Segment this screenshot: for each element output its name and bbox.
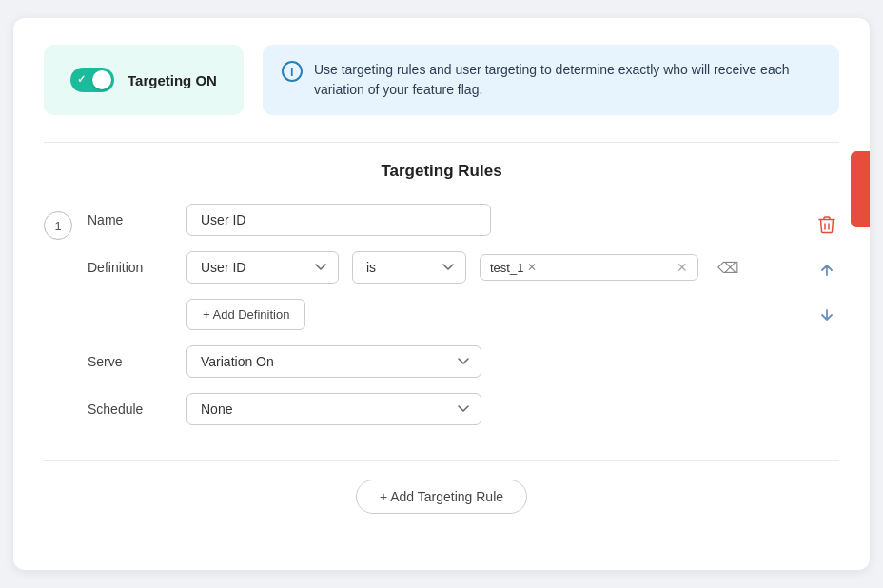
bottom-divider [44,460,839,461]
tag-text: test_1 [490,261,523,275]
top-divider [44,142,839,143]
delete-rule-button[interactable] [814,211,839,243]
tag-close-icon[interactable]: ✕ [527,261,537,274]
down-arrow-icon [818,306,835,323]
move-up-button[interactable] [814,258,839,287]
serve-row: Serve Variation On Variation Off [88,345,799,378]
name-label: Name [88,212,173,227]
rule-actions [814,204,839,332]
rule-number: 1 [44,211,72,240]
targeting-toggle-box: ✓ Targeting ON [44,45,244,115]
serve-label: Serve [88,354,173,369]
rule-body: Name Definition User ID Email Country is… [88,204,799,441]
side-tab[interactable] [851,151,870,227]
operator-dropdown[interactable]: is is not contains [352,251,466,284]
schedule-row: Schedule None Custom [88,393,799,425]
top-section: ✓ Targeting ON i Use targeting rules and… [44,45,839,115]
name-row: Name [88,204,799,236]
add-definition-button[interactable]: + Add Definition [186,299,305,330]
targeting-label: Targeting ON [128,72,217,88]
tag-clear-all-icon[interactable]: ✕ [677,260,688,275]
definition-row: Definition User ID Email Country is is n… [88,251,799,284]
add-definition-row: + Add Definition [88,299,799,330]
up-arrow-icon [818,262,835,279]
tag-value: test_1 ✕ [490,261,537,275]
targeting-toggle[interactable]: ✓ [70,68,114,92]
section-title: Targeting Rules [44,162,839,181]
trash-icon [818,215,835,234]
tag-input-wrap[interactable]: test_1 ✕ ✕ [480,254,698,281]
schedule-dropdown[interactable]: None Custom [186,393,481,425]
add-targeting-rule-button[interactable]: + Add Targeting Rule [356,480,527,514]
move-down-button[interactable] [814,303,839,332]
name-input[interactable] [186,204,491,236]
serve-dropdown[interactable]: Variation On Variation Off [186,345,481,378]
definition-dropdown[interactable]: User ID Email Country [186,251,339,284]
rule-container: 1 Name Definition User ID Email Country … [44,204,839,441]
schedule-label: Schedule [88,402,173,417]
toggle-check-icon: ✓ [77,73,86,86]
info-text: Use targeting rules and user targeting t… [314,60,820,100]
main-card: ✓ Targeting ON i Use targeting rules and… [13,18,870,570]
info-icon: i [282,61,303,82]
clear-input-button[interactable]: ⌫ [712,251,744,284]
definition-label: Definition [88,260,173,275]
info-box: i Use targeting rules and user targeting… [263,45,839,115]
